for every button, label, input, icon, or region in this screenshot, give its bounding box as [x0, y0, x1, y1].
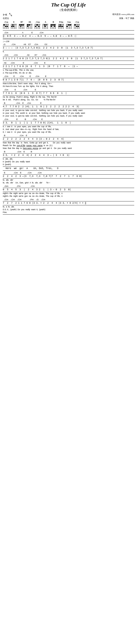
note-line-s9b: Here we go! A Un, DoS, Tres, O — [3, 166, 134, 171]
chord-line-s4: ↓Cm E ↓Cm E ↓Cm E — [3, 75, 134, 78]
svg-point-111 — [74, 24, 76, 26]
note-line-s6: 4.7 7 7 0 2 2 |#1. 1 1 0 | 2 2 2 2 2 2 2… — [3, 105, 134, 109]
lyrics-s8a: Now that the day is here, Gotta go and g… — [3, 141, 134, 144]
lyrics-s5b: let it roll, Push it along, Go, Go, Go %… — [3, 98, 134, 101]
lyrics-s12b: D.S. it... (yeah!) Do you really want it… — [3, 208, 134, 211]
svg-point-31 — [21, 24, 22, 26]
chord-diagram-B7 — [19, 23, 25, 29]
chord-diagram-Cm — [3, 23, 9, 29]
svg-point-88 — [60, 24, 61, 26]
svg-point-89 — [59, 26, 60, 27]
lyrics-s11a: night's the night we're gon na ce—le—bra… — [3, 192, 134, 195]
chord-line-s7: ↓Cm E B ↓Cm E — [3, 118, 134, 121]
svg-point-30 — [19, 24, 20, 26]
lyrics-s7a: it; I see it in your eyes, you want the … — [3, 125, 134, 128]
chord-diagram-E — [11, 23, 17, 29]
svg-point-33 — [20, 26, 21, 27]
lyrics-s4a: Now is the time, Don't even stop, Put it… — [3, 82, 134, 85]
lyrics-s5a: ria be strong, Push it along, Right to t… — [3, 96, 134, 98]
lyrics-s8c: Now that the day is here were gonna go a… — [3, 147, 134, 150]
lyrics-s1: 6. — [3, 50, 134, 53]
lyrics-s3a: 1. The cup of life, This is the one, — [3, 69, 134, 72]
lyrics-s6a: in your soul, Is gon-na take con-trol, N… — [3, 109, 134, 112]
lyrics-s4b: It's here it's now, Turn up the lights, … — [3, 85, 134, 88]
svg-point-102 — [70, 24, 71, 26]
lyrics-s6b: in your soul, The world is at your feet,… — [3, 112, 134, 114]
lyrics-s6c: in your soul, Is gon-na take con-trol, N… — [3, 114, 134, 117]
chord-B7: B7 — [19, 21, 25, 29]
divider-end — [3, 214, 134, 214]
svg-point-90 — [60, 26, 61, 27]
svg-point-100 — [67, 26, 68, 27]
chord-line-s6: B ↓Cm E ↓Cm E — [3, 102, 134, 105]
lyrics-s9a: it, ale, ale, — [3, 158, 134, 160]
title-section: The Cup Of Life （生命的奖杯） — [3, 2, 134, 12]
note-line-s7: 3 3. 0 1 1 | 1 1 7 7 0 0| 2|#1. 1 1 0 | — [3, 121, 134, 125]
chord-line-s1: ↓G ↓Cm A6 E7 ↓Cm O2 — [3, 43, 134, 46]
svg-point-77 — [54, 24, 55, 26]
lyrics-s10b: le, ole, ole' Un, Dan, grio! A le, ale, … — [3, 181, 134, 184]
website-label: 绝句音乐 www.yf66.com — [112, 13, 134, 16]
note-line-s12: 7 2 7 2 1 1 7 6 0 |3 3. × 2 2 4 4 |3 3. … — [3, 201, 134, 205]
chord-diagram-A — [42, 23, 49, 29]
note-line-s4: 0 8 7 1 3 0 7|1 7 6 — |0 0 6 2 3 0 7| — [3, 78, 134, 82]
score-s4: ↓Cm E ↓Cm E ↓Cm E 0 8 7 1 3 0 7|1 7 6 — … — [3, 75, 134, 88]
chord-diagram-B — [50, 23, 57, 29]
svg-point-101 — [68, 24, 69, 26]
svg-point-32 — [23, 24, 24, 26]
chord-Gm: ↓Gm — [34, 21, 41, 29]
note-line-s10: 2 2 4 2 3 —|3 7,3 7,3 7,0 7|7 7 2 7 1 7 … — [3, 174, 134, 178]
position-label: 右把位 — [3, 17, 9, 20]
note-line-intro: ‖: 0·ḣ 3 — — 0.2 4 — — 0.3 5 — — 4.8 3 —… — [3, 34, 134, 38]
svg-point-19 — [12, 24, 14, 26]
score-s8: B ↓Cm E 2 2 2 2 2 2 4 4 3 |3 — 0 2 2 4 4… — [3, 134, 134, 150]
chord-Cm: ↓Cm — [3, 21, 9, 29]
main-title: The Cup Of Life — [3, 2, 134, 8]
lyrics-s12a: le, a le, ale. — [3, 205, 134, 208]
page: The Cup Of Life （生命的奖杯） 1=E 4/4 绝句音乐 www… — [0, 0, 137, 217]
chord-Gm2: Gm — [66, 21, 72, 29]
score-intro: ↓Cm A E ↓Cm ‖: 0·ḣ 3 — — 0.2 4 — — 0.3 5… — [3, 31, 134, 38]
chord-diagram-Cm2 — [74, 23, 80, 29]
lyrics-s12c: Fine. — [3, 211, 134, 214]
score-s6: B ↓Cm E ↓Cm E 4.7 7 7 0 2 2 |#1. 1 1 0 |… — [3, 102, 134, 117]
lyrics-s7c: it; I see it in your eyes, you want the … — [3, 131, 134, 134]
arranger-row: 右把位 采集：马丁 洞曲 — [3, 17, 134, 20]
tempo-s1: ♩＝136 — [3, 40, 134, 43]
chords-diagram-row: ↓Cm E — [3, 21, 134, 29]
chord-Cm2: ↓Cm — [74, 21, 80, 29]
svg-point-10 — [7, 26, 8, 27]
chord-diagram-Gm2 — [66, 23, 72, 29]
note-line-s8: 2 2 2 2 2 2 4 4 3 |3 — 0 2 2 4 4| — [3, 137, 134, 141]
chord-line-s2: ↓Cm ↓Cm A6 E7 ↓Cm — [3, 54, 134, 57]
svg-point-54 — [37, 24, 38, 26]
lyrics-s11b: night's the night we're gon na ce—le—bra… — [3, 195, 134, 198]
note-line-s9: 3 3. × 2 2 4 4| 2 2 4 4 3 — | 3 × 0 1| — [3, 153, 134, 158]
time-sig: 1=E 4/4 — [3, 12, 12, 17]
svg-point-66 — [45, 26, 46, 27]
score-s1: ♩＝136 ↓G ↓Cm A6 E7 ↓Cm O2 3 — — — |3 7,3… — [3, 40, 134, 53]
chord-line-s8: B ↓Cm E — [3, 134, 134, 137]
lyrics-s10a: le, ale, ale' — [3, 178, 134, 181]
chord-line-s11: ↓Gm ↓Fm ↓Cm — [3, 185, 134, 188]
svg-point-42 — [27, 24, 28, 26]
note-line-s3: 2 2 1 7 1 7 6 0 |0 6 7 1 3 |0 7 1 7 6 — … — [3, 64, 134, 69]
svg-point-76 — [52, 24, 54, 26]
score-s12: ↓Cm ↓Cm ↓Cm ↓Fm ↓G ↓Cm 7 2 7 2 1 1 7 6 0… — [3, 198, 134, 214]
svg-point-20 — [11, 26, 13, 27]
subtitle: （生命的奖杯） — [3, 8, 134, 12]
svg-point-64 — [44, 24, 45, 26]
lyrics-s7b: it; Just steal your des—ti—ny, Right fro… — [3, 128, 134, 131]
score-s3: A6 ↓Cm E ↓Cm E 2 2 1 7 1 7 6 0 |0 6 7 1 … — [3, 62, 134, 74]
note-line-s2: 2 2 1 7 1 7 6 0 |3 7,3 7,3 7,3 0|1 2 2 4… — [3, 57, 134, 61]
chord-diagram-Fm — [58, 23, 64, 29]
chord-line-s9: B ↓Cm E B — [3, 150, 134, 153]
note-line-s5: 7 7 6 1 0 |0 6 1 3 0 7| 7 7 6 6 0 1 | — [3, 91, 134, 96]
svg-point-78 — [51, 26, 52, 27]
svg-point-75 — [51, 24, 52, 26]
svg-point-65 — [45, 24, 47, 26]
chord-B: B — [50, 21, 57, 29]
chord-line-s10: E ↓Cm E ↓Cm ↓Cm — [3, 171, 134, 174]
svg-point-55 — [38, 26, 39, 27]
svg-point-91 — [62, 26, 63, 27]
